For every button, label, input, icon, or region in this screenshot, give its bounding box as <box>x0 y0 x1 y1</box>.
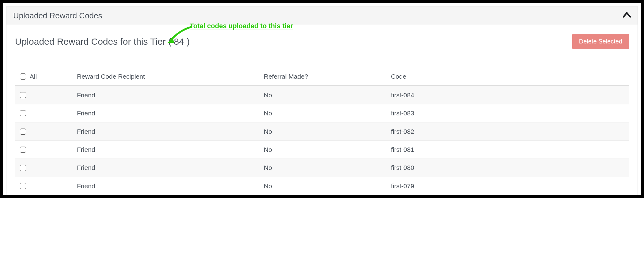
tier-title-suffix: ) <box>184 36 190 47</box>
cell-code: first-081 <box>387 140 629 159</box>
tier-count: 84 <box>174 36 184 47</box>
row-checkbox[interactable] <box>20 129 26 135</box>
table-row: Friend No first-079 <box>15 177 629 195</box>
tier-header-row: Uploaded Reward Codes for this Tier ( 84… <box>15 34 629 49</box>
tier-title-prefix: Uploaded Reward Codes for this Tier ( <box>15 36 174 47</box>
cell-code: first-082 <box>387 122 629 140</box>
cell-code: first-080 <box>387 159 629 177</box>
cell-recipient: Friend <box>73 86 260 104</box>
table-header-select-all: All <box>15 68 73 86</box>
cell-recipient: Friend <box>73 122 260 140</box>
cell-referral: No <box>260 86 387 104</box>
table-header-row: All Reward Code Recipient Referral Made?… <box>15 68 629 86</box>
select-all-checkbox[interactable] <box>20 73 26 80</box>
cell-referral: No <box>260 104 387 122</box>
row-checkbox[interactable] <box>20 183 26 189</box>
cell-recipient: Friend <box>73 104 260 122</box>
cell-referral: No <box>260 159 387 177</box>
uploaded-codes-panel: Uploaded Reward Codes Uploaded Reward Co… <box>6 6 638 195</box>
table-row: Friend No first-081 <box>15 140 629 159</box>
collapse-icon[interactable] <box>623 11 631 21</box>
table-row: Friend No first-083 <box>15 104 629 122</box>
panel-body: Uploaded Reward Codes for this Tier ( 84… <box>6 25 638 195</box>
row-checkbox[interactable] <box>20 110 26 116</box>
row-checkbox[interactable] <box>20 147 26 153</box>
annotation-label: Total codes uploaded to this tier <box>190 22 293 30</box>
cell-referral: No <box>260 122 387 140</box>
cell-recipient: Friend <box>73 159 260 177</box>
row-checkbox[interactable] <box>20 165 26 171</box>
cell-code: first-083 <box>387 104 629 122</box>
panel-heading-title: Uploaded Reward Codes <box>13 11 102 21</box>
cell-referral: No <box>260 177 387 195</box>
delete-selected-button[interactable]: Delete Selected <box>572 34 629 49</box>
cell-code: first-079 <box>387 177 629 195</box>
chevron-up-icon <box>623 12 631 18</box>
table-row: Friend No first-082 <box>15 122 629 140</box>
cell-code: first-084 <box>387 86 629 104</box>
select-all-label: All <box>30 73 37 80</box>
panel-heading[interactable]: Uploaded Reward Codes <box>6 6 638 25</box>
table-row: Friend No first-084 <box>15 86 629 104</box>
tier-title: Uploaded Reward Codes for this Tier ( 84… <box>15 36 190 47</box>
row-checkbox[interactable] <box>20 92 26 98</box>
table-header-recipient: Reward Code Recipient <box>73 68 260 86</box>
table-header-referral: Referral Made? <box>260 68 387 86</box>
cell-recipient: Friend <box>73 177 260 195</box>
cell-recipient: Friend <box>73 140 260 159</box>
app-frame: Uploaded Reward Codes Uploaded Reward Co… <box>0 0 644 198</box>
table-row: Friend No first-080 <box>15 159 629 177</box>
codes-table: All Reward Code Recipient Referral Made?… <box>15 68 629 195</box>
cell-referral: No <box>260 140 387 159</box>
table-header-code: Code <box>387 68 629 86</box>
